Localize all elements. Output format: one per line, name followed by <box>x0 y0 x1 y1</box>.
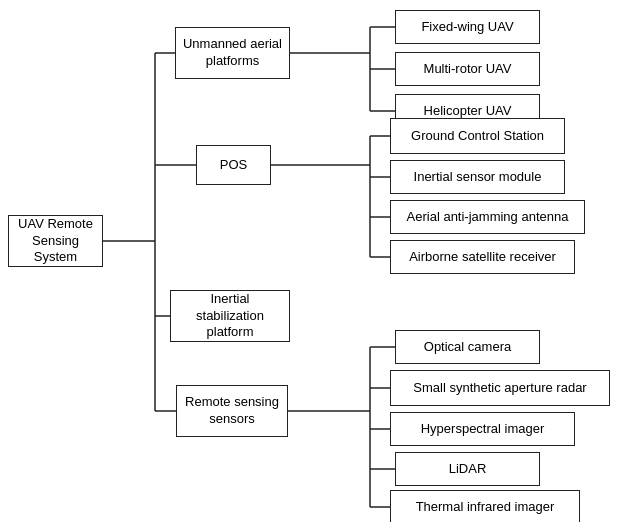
multi-rotor-label: Multi-rotor UAV <box>424 61 512 78</box>
remote-sensing-label: Remote sensing sensors <box>183 394 281 428</box>
sar-label: Small synthetic aperture radar <box>413 380 586 397</box>
thermal-node: Thermal infrared imager <box>390 490 580 522</box>
anti-jamming-label: Aerial anti-jamming antenna <box>407 209 569 226</box>
root-node: UAV Remote Sensing System <box>8 215 103 267</box>
sar-node: Small synthetic aperture radar <box>390 370 610 406</box>
thermal-label: Thermal infrared imager <box>416 499 555 516</box>
inertial-stab-node: Inertial stabilization platform <box>170 290 290 342</box>
uav-platforms-label: Unmanned aerial platforms <box>182 36 283 70</box>
pos-node: POS <box>196 145 271 185</box>
lidar-label: LiDAR <box>449 461 487 478</box>
multi-rotor-node: Multi-rotor UAV <box>395 52 540 86</box>
hyperspectral-label: Hyperspectral imager <box>421 421 545 438</box>
diagram-container: UAV Remote Sensing System Unmanned aeria… <box>0 0 640 522</box>
fixed-wing-node: Fixed-wing UAV <box>395 10 540 44</box>
root-label: UAV Remote Sensing System <box>15 216 96 267</box>
inertial-stab-label: Inertial stabilization platform <box>177 291 283 342</box>
remote-sensing-node: Remote sensing sensors <box>176 385 288 437</box>
anti-jamming-node: Aerial anti-jamming antenna <box>390 200 585 234</box>
optical-node: Optical camera <box>395 330 540 364</box>
fixed-wing-label: Fixed-wing UAV <box>421 19 513 36</box>
gcs-node: Ground Control Station <box>390 118 565 154</box>
helicopter-label: Helicopter UAV <box>424 103 512 120</box>
uav-platforms-node: Unmanned aerial platforms <box>175 27 290 79</box>
satellite-rx-node: Airborne satellite receiver <box>390 240 575 274</box>
hyperspectral-node: Hyperspectral imager <box>390 412 575 446</box>
satellite-rx-label: Airborne satellite receiver <box>409 249 556 266</box>
inertial-sensor-label: Inertial sensor module <box>414 169 542 186</box>
lidar-node: LiDAR <box>395 452 540 486</box>
optical-label: Optical camera <box>424 339 511 356</box>
pos-label: POS <box>220 157 247 174</box>
inertial-sensor-node: Inertial sensor module <box>390 160 565 194</box>
gcs-label: Ground Control Station <box>411 128 544 145</box>
